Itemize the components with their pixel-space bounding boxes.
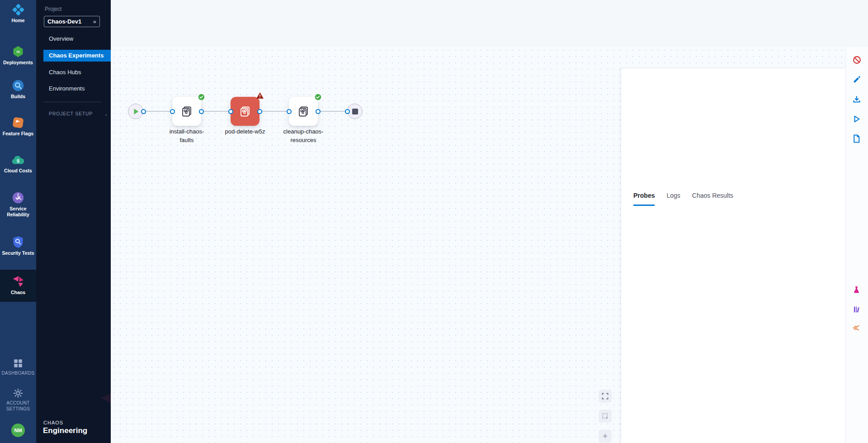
edge-port[interactable] [170, 109, 175, 114]
security-tests-icon [12, 236, 24, 248]
edge-port[interactable] [287, 109, 292, 114]
pipeline-node-cleanup-chaos-resources[interactable] [289, 97, 318, 126]
edge-port[interactable] [257, 109, 262, 114]
sidebar-item-environments[interactable]: Environments [43, 83, 111, 95]
svg-text:∞: ∞ [16, 48, 20, 55]
project-name: Chaos-Dev1 [47, 18, 81, 25]
tab-probes[interactable]: Probes [633, 192, 655, 206]
marquee-icon [602, 413, 609, 419]
nav-deployments[interactable]: ∞ Deployments [0, 45, 36, 66]
nav-account-settings[interactable]: ACCOUNT SETTINGS [0, 388, 36, 412]
logs-bars-icon[interactable] [853, 305, 862, 314]
builds-icon [12, 79, 24, 92]
edge-port[interactable] [199, 109, 204, 114]
play-icon [133, 109, 139, 114]
stop-icon [352, 109, 358, 114]
edit-pencil-icon[interactable] [853, 76, 862, 85]
experiments-flask-icon[interactable] [853, 286, 862, 295]
brand-engineering-label: Engineering [43, 426, 87, 435]
stop-experiment-icon[interactable] [853, 56, 862, 65]
edge-port[interactable] [228, 109, 233, 114]
chaos-icon [12, 275, 24, 288]
fit-to-screen-button[interactable] [599, 390, 612, 403]
nav-home[interactable]: Home [0, 4, 36, 24]
fault-step-icon [180, 105, 193, 118]
nav-security-tests[interactable]: Security Tests [0, 236, 36, 256]
zoom-in-button[interactable]: + [599, 429, 612, 443]
edge-port[interactable] [316, 109, 321, 114]
avatar-initials: NM [11, 424, 25, 437]
litmus-watermark [90, 380, 111, 443]
nav-feature-flags[interactable]: Feature Flags [0, 116, 36, 137]
cloud-costs-icon: $ [11, 154, 25, 166]
sidebar-item-chaos-hubs[interactable]: Chaos Hubs [43, 67, 111, 78]
node-label: pod-delete-w5z [211, 127, 279, 136]
sidebar-item-overview[interactable]: Overview [43, 33, 111, 45]
fault-panel-tabs: Probes Logs Chaos Results [633, 192, 733, 206]
sidebar-item-chaos-experiments[interactable]: Chaos Experiments [43, 50, 111, 62]
project-selector[interactable]: Chaos-Dev1 » [44, 16, 100, 27]
fault-step-icon [238, 105, 252, 118]
pipeline-node-install-chaos-faults[interactable] [172, 97, 201, 126]
nav-chaos[interactable]: Chaos [0, 270, 36, 302]
deployments-icon: ∞ [12, 45, 24, 58]
home-icon [12, 4, 24, 16]
edge-port[interactable] [141, 109, 146, 114]
nav-cloud-costs[interactable]: $ Cloud Costs [0, 154, 36, 174]
svg-text:$: $ [16, 158, 19, 164]
success-badge-icon [314, 93, 322, 101]
page-header [111, 0, 868, 47]
nav-service-reliability[interactable]: Service Reliability [0, 191, 36, 218]
edge-port[interactable] [345, 109, 350, 114]
node-label: install-chaos-faults [153, 127, 221, 144]
brand-chaos-label: CHAOS [43, 420, 63, 425]
project-label: Project [45, 6, 61, 12]
tab-logs[interactable]: Logs [666, 192, 680, 206]
nav-dashboards[interactable]: DASHBOARDS [0, 358, 36, 376]
tab-chaos-results[interactable]: Chaos Results [692, 192, 733, 206]
warning-badge-icon [256, 92, 264, 99]
fault-details-panel [621, 68, 846, 443]
nav-builds[interactable]: Builds [0, 79, 36, 100]
success-badge-icon [198, 93, 205, 101]
chevron-double-icon: » [93, 18, 96, 25]
chevron-down-icon: ⌄ [104, 112, 108, 116]
service-reliability-icon [12, 191, 24, 204]
module-nav-rail: Home ∞ Deployments Builds Feature Flags … [0, 0, 36, 443]
experiment-actions-strip [845, 47, 868, 443]
fault-step-icon [297, 105, 310, 118]
marquee-select-button[interactable] [599, 410, 612, 423]
fit-icon [602, 393, 609, 400]
manifest-file-icon[interactable] [853, 134, 862, 143]
gear-icon [13, 388, 23, 398]
download-icon[interactable] [853, 95, 862, 105]
dashboards-icon [13, 358, 23, 368]
project-setup-toggle[interactable]: PROJECT SETUP⌄ [49, 111, 108, 116]
run-experiment-icon[interactable] [853, 115, 862, 124]
node-label: cleanup-chaos-resources [269, 127, 337, 144]
feedback-hand-icon[interactable] [853, 325, 862, 334]
app-window: Chaos-Dev1 › Experiment Runs › cart-pod-… [0, 0, 868, 443]
pipeline-node-pod-delete[interactable] [231, 97, 259, 126]
feature-flags-icon [12, 116, 24, 129]
user-avatar[interactable]: NM [0, 424, 36, 437]
divider [43, 102, 101, 102]
